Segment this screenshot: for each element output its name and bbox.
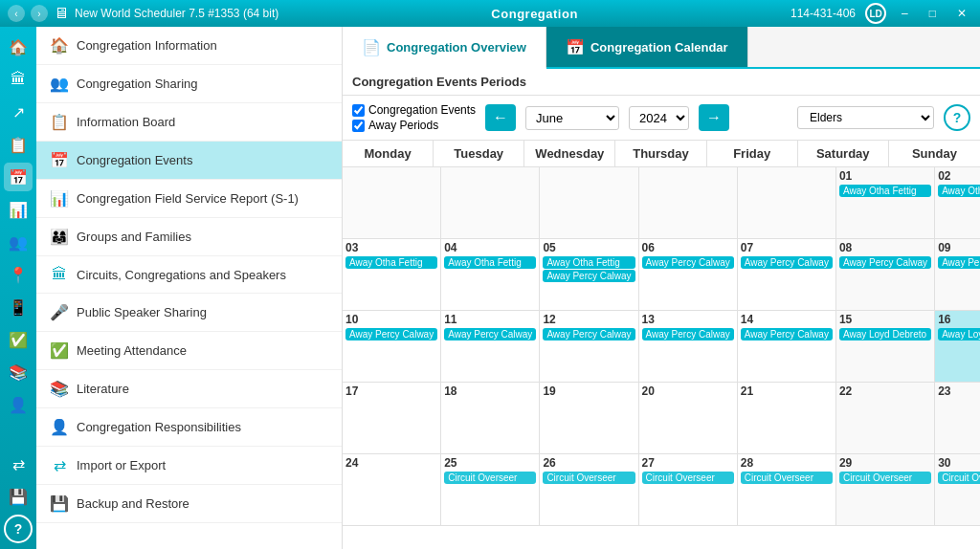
- event-tag[interactable]: Circuit Overseer: [938, 472, 980, 484]
- cal-cell-12[interactable]: 12Away Percy Calway: [540, 311, 638, 383]
- event-tag[interactable]: Circuit Overseer: [741, 472, 833, 484]
- nav-item-congregation-events[interactable]: 📅 Congregation Events: [36, 142, 342, 180]
- nav-item-backup-restore[interactable]: 💾 Backup and Restore: [36, 485, 342, 523]
- cal-cell-07[interactable]: 07Away Percy Calway: [738, 239, 836, 311]
- cal-cell-26[interactable]: 26Circuit Overseer: [540, 454, 638, 526]
- events-checkbox-label[interactable]: Congregation Events: [352, 103, 476, 117]
- cal-cell-08[interactable]: 08Away Percy Calway: [836, 239, 935, 311]
- away-checkbox[interactable]: [352, 120, 365, 132]
- event-tag[interactable]: Away Otha Fettig: [444, 256, 536, 269]
- event-tag[interactable]: Circuit Overseer: [543, 472, 635, 484]
- event-tag[interactable]: Away Percy Calway: [839, 256, 931, 269]
- cal-cell-29[interactable]: 29Circuit Overseer: [836, 454, 935, 526]
- nav-item-responsibilities[interactable]: 👤 Congregation Responsibilities: [36, 408, 342, 447]
- sidebar-phone[interactable]: 📱: [4, 293, 33, 321]
- sidebar-groups[interactable]: 👥: [4, 228, 33, 256]
- event-tag[interactable]: Away Percy Calway: [642, 328, 734, 340]
- cal-cell-20[interactable]: 20: [639, 383, 738, 454]
- maximize-button[interactable]: □: [924, 5, 942, 22]
- prev-month-button[interactable]: ←: [485, 104, 516, 131]
- cal-cell-15[interactable]: 15Away Loyd Debreto: [836, 311, 935, 383]
- nav-item-literature[interactable]: 📚 Literature: [36, 370, 342, 408]
- nav-label: Congregation Field Service Report (S-1): [77, 191, 299, 206]
- close-button[interactable]: ✕: [951, 5, 972, 22]
- cal-cell-17[interactable]: 17: [343, 383, 441, 454]
- sidebar-sharing[interactable]: ↗: [4, 98, 33, 126]
- away-checkbox-label[interactable]: Away Periods: [352, 119, 476, 132]
- event-tag[interactable]: Away Percy Calway: [741, 256, 833, 269]
- sidebar-responsibilities[interactable]: 👤: [4, 390, 33, 419]
- sidebar-board[interactable]: 📋: [4, 130, 33, 159]
- cal-cell-11[interactable]: 11Away Percy Calway: [441, 311, 540, 383]
- cal-cell-22[interactable]: 22: [836, 383, 935, 454]
- event-tag[interactable]: Away Otha Fettig: [543, 256, 635, 269]
- nav-item-public-speaker[interactable]: 🎤 Public Speaker Sharing: [36, 294, 342, 332]
- nav-item-circuits-congregations[interactable]: 🏛 Circuits, Congregations and Speakers: [36, 256, 342, 294]
- cal-cell-19[interactable]: 19: [540, 383, 638, 454]
- help-button[interactable]: ?: [944, 104, 970, 131]
- cal-cell-04[interactable]: 04Away Otha Fettig: [441, 239, 540, 311]
- elders-select[interactable]: Elders Ministerial Servants All: [797, 106, 934, 129]
- cal-cell-09[interactable]: 09Away Percy Calway: [935, 239, 980, 311]
- tab-congregation-calendar[interactable]: 📅 Congregation Calendar: [546, 27, 748, 67]
- events-checkbox[interactable]: [352, 104, 365, 117]
- nav-item-information-board[interactable]: 📋 Information Board: [36, 103, 342, 142]
- cal-cell-01[interactable]: 01Away Otha Fettig: [836, 167, 935, 239]
- cal-cell-21[interactable]: 21: [738, 383, 836, 454]
- nav-item-import-export[interactable]: ⇄ Import or Export: [36, 447, 342, 485]
- cal-cell-13[interactable]: 13Away Percy Calway: [639, 311, 738, 383]
- event-tag[interactable]: Away Percy Calway: [345, 328, 437, 340]
- event-tag[interactable]: Away Loyd Debreto: [938, 328, 980, 340]
- event-tag[interactable]: Away Otha Fettig: [345, 256, 437, 269]
- cal-cell-10[interactable]: 10Away Percy Calway: [343, 311, 441, 383]
- cal-cell-06[interactable]: 06Away Percy Calway: [639, 239, 738, 311]
- sidebar-backup[interactable]: 💾: [4, 482, 33, 511]
- cal-cell-03[interactable]: 03Away Otha Fettig: [343, 239, 441, 311]
- nav-item-groups-families[interactable]: 👨‍👩‍👧 Groups and Families: [36, 218, 342, 256]
- cal-cell-14[interactable]: 14Away Percy Calway: [738, 311, 836, 383]
- event-tag[interactable]: Away Otha Fettig: [938, 185, 980, 197]
- event-tag[interactable]: Away Percy Calway: [642, 256, 734, 269]
- sidebar-help[interactable]: ?: [4, 515, 33, 543]
- sidebar-map[interactable]: 📍: [4, 260, 33, 289]
- back-arrow[interactable]: ‹: [8, 5, 25, 22]
- cal-cell-02[interactable]: 02Away Otha Fettig: [935, 167, 980, 239]
- cal-cell-23[interactable]: 23: [935, 383, 980, 454]
- tab-congregation-overview[interactable]: 📄 Congregation Overview: [343, 27, 546, 69]
- cal-cell-27[interactable]: 27Circuit Overseer: [639, 454, 738, 526]
- month-select[interactable]: JanuaryFebruaryMarch AprilMayJune JulyAu…: [525, 106, 619, 130]
- event-tag[interactable]: Away Percy Calway: [543, 328, 635, 340]
- event-tag[interactable]: Away Percy Calway: [741, 328, 833, 340]
- nav-item-congregation-information[interactable]: 🏠 Congregation Information: [36, 27, 342, 65]
- sidebar-literature[interactable]: 📚: [4, 358, 33, 386]
- event-tag[interactable]: Circuit Overseer: [642, 472, 734, 484]
- event-tag[interactable]: Away Loyd Debreto: [839, 328, 931, 340]
- event-tag[interactable]: Circuit Overseer: [839, 472, 931, 484]
- event-tag[interactable]: Circuit Overseer: [444, 472, 536, 484]
- user-badge[interactable]: LD: [865, 3, 886, 24]
- cal-cell-24[interactable]: 24: [343, 454, 441, 526]
- cal-cell-16[interactable]: 16Away Loyd Debreto: [935, 311, 980, 383]
- sidebar-attendance[interactable]: ✅: [4, 325, 33, 354]
- event-tag[interactable]: Away Percy Calway: [444, 328, 536, 340]
- sidebar-report[interactable]: 📊: [4, 195, 33, 224]
- forward-arrow[interactable]: ›: [31, 5, 48, 22]
- sidebar-congregation[interactable]: 🏛: [4, 65, 33, 94]
- event-tag[interactable]: Away Percy Calway: [938, 256, 980, 269]
- year-select[interactable]: 2022202320242025: [629, 106, 689, 130]
- event-tag[interactable]: Away Percy Calway: [543, 270, 635, 282]
- next-month-button[interactable]: →: [699, 104, 729, 131]
- minimize-button[interactable]: –: [896, 5, 914, 22]
- cal-cell-30[interactable]: 30Circuit Overseer: [935, 454, 980, 526]
- nav-item-meeting-attendance[interactable]: ✅ Meeting Attendance: [36, 332, 342, 370]
- sidebar-home[interactable]: 🏠: [4, 33, 33, 61]
- sidebar-import[interactable]: ⇄: [4, 450, 33, 478]
- cal-cell-18[interactable]: 18: [441, 383, 540, 454]
- nav-item-field-service-report[interactable]: 📊 Congregation Field Service Report (S-1…: [36, 180, 342, 218]
- cal-cell-28[interactable]: 28Circuit Overseer: [738, 454, 836, 526]
- nav-item-congregation-sharing[interactable]: 👥 Congregation Sharing: [36, 65, 342, 103]
- cal-cell-25[interactable]: 25Circuit Overseer: [441, 454, 540, 526]
- sidebar-events[interactable]: 📅: [4, 163, 33, 191]
- cal-cell-05[interactable]: 05Away Otha FettigAway Percy Calway: [540, 239, 638, 311]
- event-tag[interactable]: Away Otha Fettig: [839, 185, 931, 197]
